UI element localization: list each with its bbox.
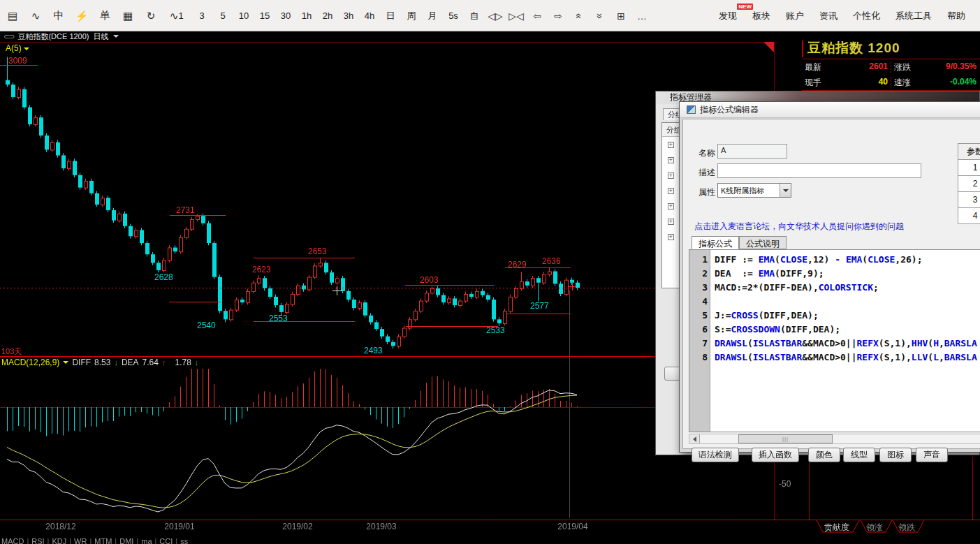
period-button-日[interactable]: 日 <box>380 10 401 22</box>
period-button-5[interactable]: 5 <box>212 10 233 21</box>
tree-expand-icon[interactable]: + <box>668 219 674 225</box>
save-icon[interactable]: ▦ <box>119 8 136 24</box>
tree-expand-icon[interactable]: + <box>668 172 674 179</box>
period-button-1[interactable]: 1 <box>170 10 191 21</box>
scroll-down-icon[interactable]: » <box>590 8 610 24</box>
contrib-tab-3[interactable]: 领跌 <box>898 522 915 534</box>
indicator-tab-WR[interactable]: WR <box>74 537 87 544</box>
refresh-icon[interactable]: ↻ <box>142 8 159 24</box>
dialog-button-3[interactable]: 颜色 <box>808 448 840 462</box>
attribute-dropdown[interactable]: K线附属指标 <box>717 183 791 198</box>
price-annotation: 2603 <box>420 275 439 285</box>
tab-divider: | <box>152 537 160 544</box>
chevron-down-icon[interactable] <box>63 361 68 364</box>
contrib-tab-2[interactable]: 领涨 <box>866 522 883 534</box>
line-chart-icon[interactable]: ∿ <box>27 8 44 24</box>
indicator-tab-ss[interactable]: ss <box>180 537 188 544</box>
menu-3[interactable]: 账户 <box>778 10 812 22</box>
indicator-tab-MTM[interactable]: MTM <box>94 537 112 544</box>
tree-expand-icon[interactable]: + <box>668 203 674 209</box>
tab-divider: | <box>112 537 119 544</box>
tree-expand-icon[interactable]: + <box>668 234 674 240</box>
list-icon[interactable]: ▤ <box>4 8 21 24</box>
param-row-3[interactable]: 3 <box>958 191 980 208</box>
dialog-button-6[interactable]: 声音 <box>916 448 948 462</box>
period-button-月[interactable]: 月 <box>422 10 443 22</box>
code-line-5[interactable]: 5J:=CROSS(DIFF,DEA); <box>689 309 980 323</box>
contrib-tab-1[interactable]: 贡献度 <box>824 522 849 534</box>
code-line-2[interactable]: 2DEA := EMA(DIFF,9); <box>689 267 980 281</box>
dialog-button-5[interactable]: 图标 <box>879 448 912 462</box>
code-line-7[interactable]: 7DRAWSL(ISLASTBAR&&MACD>0||REFX(S,1),HHV… <box>689 337 980 351</box>
indicator-tab-CCI[interactable]: CCI <box>159 537 173 544</box>
overlay-indicator-label[interactable]: A(5) <box>6 43 29 53</box>
period-button-自[interactable]: 自 <box>464 10 485 22</box>
period-button-1h[interactable]: 1h <box>296 10 317 21</box>
menu-7[interactable]: 帮助 <box>939 10 973 22</box>
param-row-2[interactable]: 2 <box>958 175 980 192</box>
menu-2[interactable]: 板块 <box>745 10 778 22</box>
page-right-icon[interactable]: ⇨ <box>548 8 569 24</box>
param-row-1[interactable]: 1 <box>958 159 980 176</box>
menu-4[interactable]: 资讯 <box>812 10 845 22</box>
order-panel-icon[interactable]: 单 <box>96 8 113 24</box>
tree-expand-icon[interactable]: + <box>668 188 674 194</box>
param-row-4[interactable]: 4 <box>958 207 980 224</box>
dialog-title-bar[interactable]: 指标公式编辑器 <box>680 102 980 118</box>
period-button-3h[interactable]: 3h <box>338 10 359 21</box>
dialog-button-1[interactable]: 语法检测 <box>692 448 739 462</box>
menu-5[interactable]: 个性化 <box>845 10 888 22</box>
quote-value: 9/0.35% <box>946 61 977 73</box>
scroll-left-arrow-icon[interactable] <box>689 434 700 443</box>
menu-6[interactable]: 系统工具 <box>888 10 939 22</box>
period-button-2h[interactable]: 2h <box>317 10 338 21</box>
period-button-10[interactable]: 10 <box>233 10 254 21</box>
forum-link[interactable]: 点击进入麦语言论坛，向文华技术人员提问你遇到的问题 <box>694 221 904 233</box>
dropdown-arrow-icon[interactable] <box>780 184 791 197</box>
indicator-tab-MACD[interactable]: MACD <box>1 537 24 544</box>
scroll-up-icon[interactable]: « <box>569 8 590 24</box>
chain-link-icon[interactable]: ⊂⊃ <box>3 32 13 41</box>
period-button-5s[interactable]: 5s <box>443 10 464 21</box>
chevron-down-icon[interactable] <box>24 47 29 50</box>
period-button-30[interactable]: 30 <box>275 10 296 21</box>
period-button-4h[interactable]: 4h <box>359 10 380 21</box>
period-button-15[interactable]: 15 <box>254 10 275 21</box>
tick-chart-icon[interactable]: ⚡ <box>73 8 90 24</box>
dialog-button-2[interactable]: 插入函数 <box>752 448 799 462</box>
formula-code-editor[interactable]: 1DIFF := EMA(CLOSE,12) - EMA(CLOSE,26);2… <box>689 249 980 432</box>
horizontal-scrollbar[interactable]: ||| <box>689 434 980 444</box>
formula-editor-dialog[interactable]: 指标公式编辑器 名称 A 描述 属性 K线附属指标 参数1234 点击进入麦语言… <box>679 101 980 453</box>
macd-indicator-label[interactable]: MACD(12,26,9) <box>1 358 59 367</box>
scrollbar-thumb[interactable]: ||| <box>738 434 833 443</box>
formula-tab-1[interactable]: 指标公式 <box>692 236 739 249</box>
more-icon[interactable]: … <box>631 8 652 24</box>
code-line-1[interactable]: 1DIFF := EMA(CLOSE,12) - EMA(CLOSE,26); <box>689 253 980 267</box>
layout-grid-icon[interactable]: ⊞ <box>610 8 631 24</box>
formula-tab-2[interactable]: 公式说明 <box>739 236 787 249</box>
code-line-8[interactable]: 8DRAWSL(ISLASTBAR&&MACD>0||REFX(S,1),LLV… <box>689 351 980 365</box>
indicator-tab-KDJ[interactable]: KDJ <box>52 537 66 544</box>
indicator-tab-DMI[interactable]: DMI <box>119 537 133 544</box>
period-button-3[interactable]: 3 <box>191 10 212 21</box>
main-toolbar: ▤∿中⚡单▦↻∿ 1351015301h2h3h4h日周月5s自 ◁▷▷◁⇦⇨«… <box>0 0 980 31</box>
code-line-6[interactable]: 6S:=CROSSDOWN(DIFF,DEA); <box>689 323 980 337</box>
menu-1[interactable]: 发现NEW <box>711 10 745 22</box>
code-line-3[interactable]: 3MACD:=2*(DIFF-DEA),COLORSTICK; <box>689 281 980 295</box>
tree-expand-icon[interactable]: + <box>668 157 674 163</box>
dialog-button-4[interactable]: 线型 <box>843 448 875 462</box>
period-button-周[interactable]: 周 <box>401 10 422 22</box>
page-left-icon[interactable]: ⇦ <box>527 8 548 24</box>
tree-expand-icon[interactable]: + <box>668 142 674 148</box>
chevron-down-icon[interactable] <box>113 35 119 38</box>
description-input[interactable] <box>717 163 921 178</box>
zoom-out-icon[interactable]: ◁▷ <box>485 8 506 24</box>
candlestick-icon[interactable]: 中 <box>50 8 67 24</box>
symbol-name[interactable]: 豆粕指数(DCE 1200) <box>17 31 89 42</box>
indicator-tab-ma[interactable]: ma <box>141 537 152 544</box>
period-selector[interactable]: 日线 <box>94 31 109 42</box>
indicator-tab-RSI[interactable]: RSI <box>31 537 44 544</box>
zoom-in-icon[interactable]: ▷◁ <box>506 8 527 24</box>
name-input[interactable]: A <box>717 144 787 159</box>
code-line-4[interactable]: 4 <box>689 295 980 309</box>
